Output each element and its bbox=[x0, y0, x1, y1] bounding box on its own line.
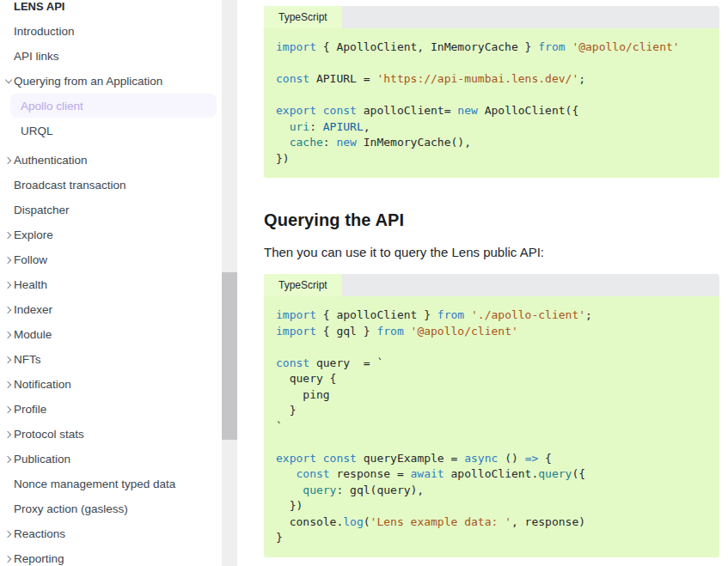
sidebar-item-indexer[interactable]: Indexer bbox=[0, 297, 222, 322]
section-heading: Querying the API bbox=[264, 210, 719, 230]
sidebar-item-reporting[interactable]: Reporting bbox=[0, 546, 222, 566]
sidebar-item-label: Authentication bbox=[14, 154, 88, 167]
chevron-right-icon bbox=[3, 233, 14, 238]
sidebar-item-label: Publication bbox=[14, 453, 70, 466]
sidebar-nav: LENS APIIntroductionAPI linksQuerying fr… bbox=[0, 0, 222, 566]
sidebar-item-api-links[interactable]: API links bbox=[0, 44, 222, 69]
code-line: import { gql } from '@apollo/client' bbox=[276, 324, 707, 340]
sidebar-item-module[interactable]: Module bbox=[0, 322, 222, 347]
code-tabbar: TypeScript bbox=[264, 274, 719, 296]
code-line: }) bbox=[276, 498, 707, 514]
sidebar-item-label: Explore bbox=[14, 228, 53, 241]
section-paragraph: Then you can use it to query the Lens pu… bbox=[264, 244, 719, 261]
chevron-right-icon bbox=[3, 283, 14, 288]
sidebar-item-authentication[interactable]: Authentication bbox=[0, 148, 222, 173]
sidebar-item-label: Introduction bbox=[14, 25, 75, 38]
sidebar-item-publication[interactable]: Publication bbox=[0, 447, 222, 472]
sidebar-item-label: Protocol stats bbox=[14, 428, 84, 441]
code-line bbox=[276, 88, 707, 104]
sidebar-item-protocol-stats[interactable]: Protocol stats bbox=[0, 422, 222, 447]
chevron-right-icon bbox=[3, 357, 14, 362]
code-line bbox=[276, 56, 707, 72]
code-line: ` bbox=[276, 419, 707, 435]
sidebar-item-health[interactable]: Health bbox=[0, 272, 222, 297]
content-area: TypeScriptimport { ApolloClient, InMemor… bbox=[237, 0, 728, 566]
sidebar-item-label: Dispatcher bbox=[14, 204, 70, 216]
sidebar-scrollbar-thumb[interactable] bbox=[222, 272, 237, 440]
sidebar-item-label: Health bbox=[14, 278, 47, 291]
sidebar-item-nfts[interactable]: NFTs bbox=[0, 347, 222, 372]
sidebar-item-label: Nonce management typed data bbox=[14, 478, 175, 490]
chevron-right-icon bbox=[3, 307, 14, 313]
code-line: }) bbox=[276, 151, 707, 167]
code-line: console.log('Lens example data: ', respo… bbox=[276, 514, 707, 531]
code-block: TypeScriptimport { ApolloClient, InMemor… bbox=[264, 6, 719, 178]
code-line: query: gql(query), bbox=[276, 483, 707, 499]
sidebar-item-apollo-client[interactable]: Apollo client bbox=[10, 94, 217, 118]
sidebar-item-label: Reporting bbox=[14, 552, 64, 565]
chevron-right-icon bbox=[3, 432, 14, 437]
code-line: const query = ` bbox=[276, 356, 707, 372]
code-line: } bbox=[276, 530, 707, 546]
chevron-right-icon bbox=[3, 382, 14, 387]
sidebar-item-label: API links bbox=[14, 50, 59, 63]
code-line: } bbox=[276, 403, 707, 419]
chevron-right-icon bbox=[3, 158, 14, 163]
sidebar-item-label: LENS API bbox=[14, 0, 64, 13]
code-tabbar: TypeScript bbox=[264, 6, 719, 28]
chevron-right-icon bbox=[3, 407, 14, 412]
code-line bbox=[276, 435, 707, 451]
sidebar-item-urql[interactable]: URQL bbox=[0, 119, 222, 143]
code-line: cache: new InMemoryCache(), bbox=[276, 135, 707, 151]
sidebar-item-label: URQL bbox=[21, 125, 53, 137]
sidebar-item-querying-from-an-application[interactable]: Querying from an Application bbox=[0, 69, 222, 94]
chevron-right-icon bbox=[3, 557, 14, 562]
code-line: ping bbox=[276, 387, 707, 404]
chevron-right-icon bbox=[3, 532, 14, 537]
code-line: uri: APIURL, bbox=[276, 119, 707, 136]
sidebar-item-label: Proxy action (gasless) bbox=[14, 502, 128, 515]
chevron-right-icon bbox=[3, 258, 14, 263]
sidebar-item-label: NFTs bbox=[14, 353, 41, 366]
code-body: import { apolloClient } from './apollo-c… bbox=[264, 296, 719, 557]
sidebar-item-proxy-action-gasless-[interactable]: Proxy action (gasless) bbox=[0, 496, 222, 521]
code-block: TypeScriptimport { apolloClient } from '… bbox=[264, 274, 719, 557]
code-line bbox=[276, 339, 707, 356]
sidebar-item-profile[interactable]: Profile bbox=[0, 397, 222, 422]
sidebar-item-notification[interactable]: Notification bbox=[0, 372, 222, 397]
app-window: LENS APIIntroductionAPI linksQuerying fr… bbox=[0, 0, 728, 566]
sidebar-item-label: Reactions bbox=[14, 527, 65, 540]
code-block-apollo-setup: TypeScriptimport { ApolloClient, InMemor… bbox=[264, 6, 719, 178]
code-line: query { bbox=[276, 371, 707, 387]
sidebar-item-label: Notification bbox=[14, 378, 71, 391]
sidebar-item-label: Apollo client bbox=[21, 100, 83, 113]
code-line: export const apolloClient= new ApolloCli… bbox=[276, 103, 707, 119]
sidebar-item-broadcast-transaction[interactable]: Broadcast transaction bbox=[0, 173, 222, 198]
sidebar-item-follow[interactable]: Follow bbox=[0, 247, 222, 272]
sidebar-scrollbar-track[interactable] bbox=[222, 0, 237, 566]
chevron-right-icon bbox=[3, 332, 14, 338]
code-line: import { apolloClient } from './apollo-c… bbox=[276, 307, 707, 324]
sidebar-item-lens-api[interactable]: LENS API bbox=[0, 0, 222, 19]
code-body: import { ApolloClient, InMemoryCache } f… bbox=[264, 28, 719, 178]
sidebar-item-label: Indexer bbox=[14, 303, 52, 316]
chevron-right-icon bbox=[3, 457, 14, 462]
sidebar-item-label: Broadcast transaction bbox=[14, 179, 126, 192]
sidebar-item-nonce-management-typed-data[interactable]: Nonce management typed data bbox=[0, 472, 222, 496]
code-line: import { ApolloClient, InMemoryCache } f… bbox=[276, 40, 707, 56]
sidebar-item-explore[interactable]: Explore bbox=[0, 222, 222, 247]
sidebar-item-label: Module bbox=[14, 328, 52, 341]
sidebar-item-label: Profile bbox=[14, 403, 46, 416]
code-line: export const queryExample = async () => … bbox=[276, 451, 707, 467]
sidebar-item-introduction[interactable]: Introduction bbox=[0, 19, 222, 44]
sidebar-item-dispatcher[interactable]: Dispatcher bbox=[0, 198, 222, 222]
code-line: const response = await apolloClient.quer… bbox=[276, 466, 707, 483]
tab-typescript[interactable]: TypeScript bbox=[264, 274, 342, 296]
sidebar-item-label: Follow bbox=[14, 253, 47, 266]
sidebar-item-reactions[interactable]: Reactions bbox=[0, 521, 222, 546]
code-block-query-example: TypeScriptimport { apolloClient } from '… bbox=[264, 274, 719, 557]
tab-typescript[interactable]: TypeScript bbox=[264, 6, 342, 28]
sidebar-item-label: Querying from an Application bbox=[14, 75, 162, 88]
sidebar-item-list: LENS APIIntroductionAPI linksQuerying fr… bbox=[0, 0, 222, 566]
code-line: const APIURL = 'https://api-mumbai.lens.… bbox=[276, 71, 707, 88]
